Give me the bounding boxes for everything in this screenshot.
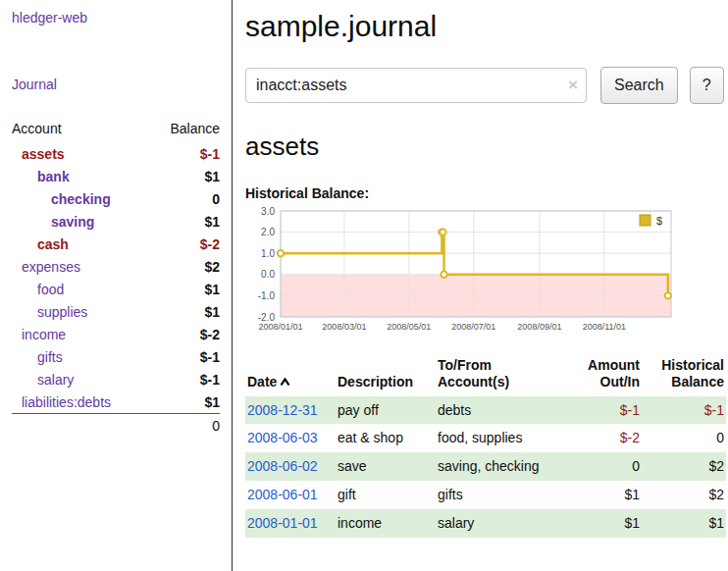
account-row-assets: assets $-1 — [12, 142, 220, 165]
transaction-date-link[interactable]: 2008-12-31 — [247, 402, 318, 418]
search-button[interactable]: Search — [600, 67, 678, 104]
search-box: × — [245, 68, 587, 103]
account-row-bank: bank $1 — [12, 165, 220, 187]
account-row-liabilities-debts: liabilities:debts $1 — [12, 390, 220, 414]
svg-text:-2.0: -2.0 — [258, 312, 276, 323]
account-row-expenses: expenses $2 — [12, 255, 220, 278]
account-balance: $-2 — [150, 323, 220, 345]
account-balance: $1 — [150, 278, 220, 300]
amount-header-line1: Amount — [563, 357, 640, 374]
transaction-accounts: debts — [436, 396, 561, 425]
register-col-amount: Amount Out/In — [561, 355, 642, 396]
register-row: 2008-01-01 income salary $1 $1 — [245, 509, 726, 538]
svg-text:2008/05/01: 2008/05/01 — [387, 322, 431, 332]
accounts-total-value: 0 — [150, 414, 220, 438]
accounts-header-line2: Account(s) — [438, 374, 553, 390]
help-button[interactable]: ? — [690, 67, 724, 104]
account-link[interactable]: saving — [51, 214, 94, 230]
account-row-supplies: supplies $1 — [12, 300, 220, 323]
account-balance: $-1 — [150, 142, 220, 165]
accounts-total-row: 0 — [12, 414, 220, 438]
svg-text:2008/03/01: 2008/03/01 — [322, 322, 366, 332]
account-balance: $-1 — [150, 368, 220, 390]
svg-text:2008/07/01: 2008/07/01 — [451, 322, 495, 332]
account-balance: $-1 — [150, 345, 220, 368]
accounts-table: Account Balance assets $-1 bank $1 check… — [12, 118, 220, 438]
transaction-balance: $1 — [642, 509, 726, 538]
account-balance: $1 — [150, 210, 220, 233]
transaction-amount: 0 — [561, 452, 642, 481]
sidebar-item-journal[interactable]: Journal — [12, 77, 57, 92]
account-link[interactable]: assets — [22, 146, 65, 162]
transaction-description: income — [336, 509, 436, 538]
register-header-row: Date Description To/From Account(s) Amou… — [245, 355, 726, 396]
balance-header-line2: Balance — [644, 374, 724, 390]
account-row-gifts: gifts $-1 — [12, 345, 220, 368]
account-link[interactable]: cash — [37, 236, 69, 252]
chart-title: Historical Balance: — [245, 185, 724, 201]
balance-header-line1: Historical — [644, 357, 724, 374]
transaction-date-link[interactable]: 2008-06-03 — [247, 430, 318, 445]
register-row: 2008-12-31 pay off debts $-1 $-1 — [245, 396, 726, 425]
search-bar: × Search ? — [245, 67, 724, 104]
chart-container: 3.02.01.00.0-1.0-2.02008/01/012008/03/01… — [245, 203, 724, 339]
app-title-link[interactable]: hledger-web — [12, 10, 87, 26]
transaction-amount: $1 — [561, 481, 642, 509]
transaction-date-link[interactable]: 2008-01-01 — [247, 515, 318, 531]
account-link[interactable]: bank — [37, 169, 70, 184]
account-balance: $1 — [150, 165, 220, 187]
accounts-col-account: Account — [12, 118, 150, 142]
account-link[interactable]: food — [37, 282, 64, 297]
account-link[interactable]: salary — [37, 372, 74, 388]
accounts-col-balance: Balance — [150, 118, 220, 142]
account-row-income: income $-2 — [12, 323, 220, 345]
account-balance: $2 — [150, 255, 220, 278]
accounts-header-row: Account Balance — [12, 118, 220, 142]
account-link[interactable]: expenses — [22, 259, 80, 275]
transaction-amount: $1 — [561, 509, 642, 538]
account-link[interactable]: income — [22, 327, 66, 342]
transaction-balance: $2 — [642, 481, 726, 509]
transaction-date-link[interactable]: 2008-06-02 — [247, 458, 318, 474]
search-input[interactable] — [245, 68, 587, 103]
transaction-description: eat & shop — [336, 424, 436, 452]
account-row-cash: cash $-2 — [12, 233, 220, 255]
svg-text:1.0: 1.0 — [261, 248, 275, 259]
transaction-balance: $-1 — [642, 396, 726, 425]
register-col-description: Description — [336, 355, 436, 396]
transaction-balance: $2 — [642, 452, 726, 481]
transaction-description: gift — [336, 481, 436, 509]
transaction-description: pay off — [336, 396, 436, 425]
account-row-salary: salary $-1 — [12, 368, 220, 390]
register-table: Date Description To/From Account(s) Amou… — [245, 355, 726, 538]
account-link[interactable]: liabilities:debts — [22, 394, 111, 410]
transaction-accounts: salary — [436, 509, 561, 538]
transaction-accounts: gifts — [436, 481, 561, 509]
page-title: sample.journal — [245, 10, 724, 43]
transaction-balance: 0 — [642, 424, 726, 452]
historical-balance-chart: 3.02.01.00.0-1.0-2.02008/01/012008/03/01… — [245, 203, 677, 337]
sidebar: hledger-web Journal Account Balance asse… — [0, 0, 233, 571]
main-content: sample.journal × Search ? assets Histori… — [234, 0, 728, 538]
svg-text:0.0: 0.0 — [261, 269, 275, 280]
account-link[interactable]: supplies — [37, 304, 87, 320]
account-row-checking: checking 0 — [12, 187, 220, 210]
account-balance: $1 — [150, 300, 220, 323]
sort-ascending-icon — [280, 378, 290, 387]
clear-search-icon[interactable]: × — [568, 76, 578, 95]
register-row: 2008-06-03 eat & shop food, supplies $-2… — [245, 424, 726, 452]
account-balance: $1 — [150, 390, 220, 414]
transaction-accounts: saving, checking — [436, 452, 561, 481]
account-link[interactable]: gifts — [37, 349, 63, 365]
register-col-date[interactable]: Date — [245, 355, 336, 396]
transaction-date-link[interactable]: 2008-06-01 — [247, 487, 318, 502]
account-balance: 0 — [150, 187, 220, 210]
account-row-saving: saving $1 — [12, 210, 220, 233]
svg-text:2008/11/01: 2008/11/01 — [583, 322, 626, 332]
account-heading: assets — [245, 131, 724, 162]
account-link[interactable]: checking — [51, 191, 111, 207]
svg-text:2008/01/01: 2008/01/01 — [258, 322, 302, 332]
transaction-description: save — [336, 452, 436, 481]
amount-header-line2: Out/In — [563, 374, 640, 390]
accounts-header-line1: To/From — [438, 357, 553, 374]
